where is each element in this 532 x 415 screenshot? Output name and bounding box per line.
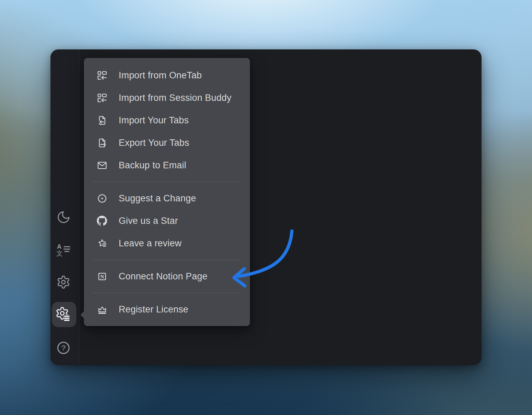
settings-flyout-menu: Import from OneTab Import from Session B…	[84, 58, 250, 326]
import-onetab-icon	[97, 70, 107, 81]
menu-item-backup-email[interactable]: Backup to Email	[84, 154, 250, 176]
svg-text:N: N	[100, 274, 104, 279]
crown-icon	[97, 304, 107, 315]
menu-item-label: Export Your Tabs	[119, 138, 189, 148]
dark-mode-button[interactable]	[56, 210, 71, 225]
menu-divider	[93, 260, 241, 260]
notion-icon: N	[97, 271, 107, 282]
svg-text:文: 文	[56, 249, 63, 257]
menu-item-leave-review[interactable]: Leave a review	[84, 232, 250, 255]
menu-item-label: Suggest a Change	[119, 193, 196, 204]
gear-list-icon	[56, 307, 71, 322]
import-session-buddy-icon	[97, 92, 107, 103]
menu-item-import-onetab[interactable]: Import from OneTab	[84, 64, 250, 87]
mail-icon	[97, 160, 107, 171]
svg-text:?: ?	[61, 343, 66, 352]
gear-icon	[56, 275, 71, 289]
menu-item-register-license[interactable]: Register License	[84, 298, 250, 321]
language-button[interactable]: A 文	[56, 242, 71, 257]
menu-item-connect-notion[interactable]: N Connect Notion Page	[84, 265, 250, 288]
github-icon	[97, 215, 107, 226]
tab-actions-button[interactable]	[56, 307, 71, 322]
menu-item-label: Register License	[119, 304, 188, 315]
export-tabs-icon	[97, 137, 107, 148]
menu-item-suggest-change[interactable]: Suggest a Change	[84, 187, 250, 210]
import-tabs-icon	[97, 115, 107, 126]
menu-item-label: Import from OneTab	[119, 70, 202, 81]
menu-item-label: Import from Session Buddy	[119, 93, 232, 103]
app-window: A 文	[50, 49, 482, 365]
menu-item-export-tabs[interactable]: Export Your Tabs	[84, 132, 250, 154]
menu-item-label: Import Your Tabs	[119, 115, 189, 126]
svg-text:A: A	[57, 243, 61, 250]
translate-icon: A 文	[56, 242, 71, 258]
menu-item-label: Backup to Email	[119, 160, 186, 171]
menu-item-label: Give us a Star	[119, 216, 178, 226]
menu-item-label: Connect Notion Page	[119, 271, 207, 282]
moon-icon	[56, 210, 71, 224]
help-button[interactable]: ?	[56, 340, 71, 355]
sidebar: A 文	[50, 49, 79, 365]
menu-divider	[93, 182, 241, 182]
menu-divider	[93, 293, 241, 293]
menu-item-import-session-buddy[interactable]: Import from Session Buddy	[84, 87, 250, 109]
menu-item-github-star[interactable]: Give us a Star	[84, 210, 250, 232]
help-circle-icon: ?	[56, 341, 71, 355]
menu-item-import-tabs[interactable]: Import Your Tabs	[84, 109, 250, 132]
issue-dot-icon	[97, 193, 107, 204]
settings-button[interactable]	[56, 275, 71, 290]
star-review-icon	[97, 238, 107, 249]
menu-item-label: Leave a review	[119, 238, 181, 249]
